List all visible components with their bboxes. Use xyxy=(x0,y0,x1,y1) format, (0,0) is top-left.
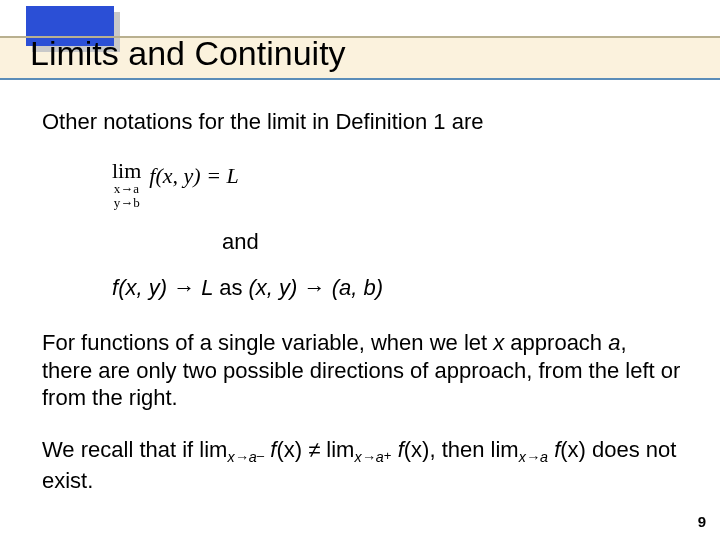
para-recall: We recall that if limx→a– f(x) ≠ limx→a+… xyxy=(42,436,682,495)
lim-expr: f(x, y) = L xyxy=(149,160,238,190)
equation-arrow: f(x, y) → L as (x, y) → (a, b) xyxy=(112,274,682,302)
page-title: Limits and Continuity xyxy=(30,34,346,73)
arrow-icon: → xyxy=(173,275,195,300)
lim-sub-x: x→a xyxy=(114,181,139,196)
p3minus: – xyxy=(257,448,264,463)
eq2-L: L xyxy=(195,275,219,300)
eq2-xy: (x, y) xyxy=(249,275,304,300)
eq2-as: as xyxy=(219,275,248,300)
eq2-args: (x, y) xyxy=(118,275,173,300)
body-text: Other notations for the limit in Definit… xyxy=(42,108,682,518)
arrow-icon-2: → xyxy=(304,275,326,300)
p2x: x xyxy=(493,330,504,355)
p2a: For functions of a single variable, when… xyxy=(42,330,493,355)
p3a: We recall that if lim xyxy=(42,437,227,462)
page-number: 9 xyxy=(698,513,706,530)
p3e: (x), then lim xyxy=(404,437,519,462)
para-single-var: For functions of a single variable, when… xyxy=(42,329,682,412)
p2b: approach xyxy=(504,330,608,355)
eq2-ab: (a, b) xyxy=(326,275,383,300)
para-intro: Other notations for the limit in Definit… xyxy=(42,108,682,136)
slide: Limits and Continuity Other notations fo… xyxy=(0,0,720,540)
p3s1: x→a xyxy=(227,449,256,465)
rule-bottom xyxy=(0,78,720,80)
p3c: (x) ≠ lim xyxy=(276,437,354,462)
lim-word: lim xyxy=(112,160,141,182)
p3f: f xyxy=(548,437,560,462)
p3plus: + xyxy=(384,448,392,463)
and-word: and xyxy=(222,228,682,256)
equation-limit: lim x→a y→b f(x, y) = L xyxy=(112,160,682,211)
p3b: f xyxy=(264,437,276,462)
lim-sub-y: y→b xyxy=(114,195,140,210)
p2a2: a xyxy=(608,330,620,355)
p3d: f xyxy=(392,437,404,462)
p3s3: x→a xyxy=(519,449,548,465)
p3s2: x→a xyxy=(354,449,383,465)
